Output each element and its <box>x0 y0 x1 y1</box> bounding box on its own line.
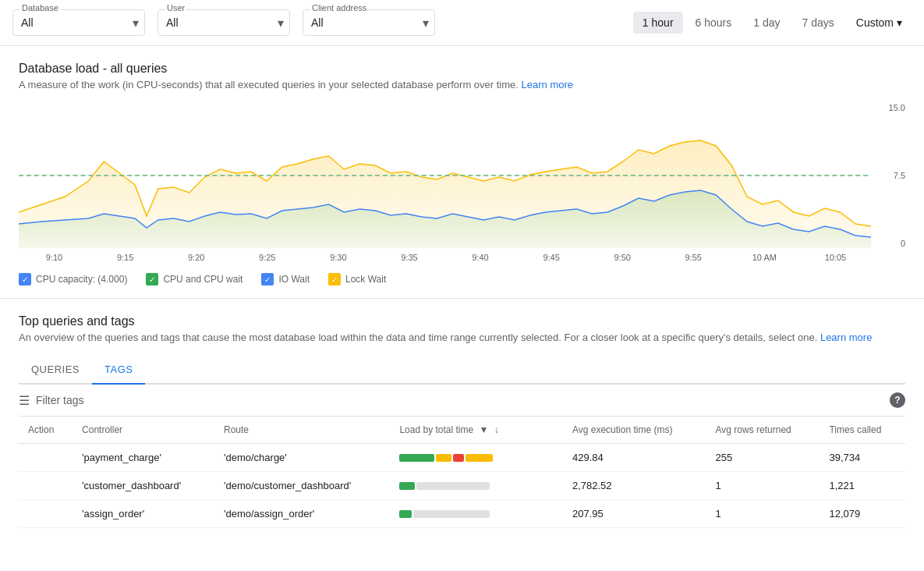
filter-left: ☰ Filter tags <box>19 393 83 408</box>
cell-controller: 'assign_order' <box>73 500 214 528</box>
time-1hour-button[interactable]: 1 hour <box>633 12 683 34</box>
col-avg-rows: Avg rows returned <box>706 417 820 444</box>
load-segment-green <box>399 510 412 518</box>
bottom-learn-more-link[interactable]: Learn more <box>820 332 872 343</box>
bottom-desc: An overview of the queries and tags that… <box>19 332 905 343</box>
user-label: User <box>165 3 186 12</box>
tab-queries[interactable]: QUERIES <box>19 356 92 383</box>
filter-tags-label: Filter tags <box>36 394 83 406</box>
cell-route: 'demo/charge' <box>214 444 390 472</box>
cell-avg-rows: 1 <box>706 472 820 500</box>
load-segment-red <box>453 454 464 462</box>
x-label-1: 9:15 <box>90 253 161 262</box>
x-label-8: 9:50 <box>587 253 658 262</box>
cell-action <box>19 444 73 472</box>
bottom-section: Top queries and tags An overview of the … <box>0 299 924 528</box>
x-label-7: 9:45 <box>516 253 587 262</box>
cell-load <box>390 472 563 500</box>
chart-legend: ✓ CPU capacity: (4.000) ✓ CPU and CPU wa… <box>19 273 905 286</box>
top-bar: Database All ▾ User All ▾ Client address… <box>0 0 924 46</box>
x-label-9: 9:55 <box>658 253 729 262</box>
bottom-desc-text: An overview of the queries and tags that… <box>19 332 817 343</box>
legend-cpu-capacity-icon: ✓ <box>19 273 31 286</box>
y-mid: 7.5 <box>894 171 905 180</box>
table-row[interactable]: 'payment_charge' 'demo/charge' 429.84 25… <box>19 444 905 472</box>
x-label-11: 10:05 <box>800 253 871 262</box>
database-filter: Database All ▾ <box>12 9 145 36</box>
cell-avg-exec: 2,782.52 <box>563 472 706 500</box>
legend-io-wait[interactable]: ✓ IO Wait <box>261 273 310 286</box>
cell-avg-rows: 255 <box>706 444 820 472</box>
cell-times-called: 12,079 <box>820 500 905 528</box>
legend-lock-wait[interactable]: ✓ Lock Wait <box>328 273 386 286</box>
legend-cpu-capacity[interactable]: ✓ CPU capacity: (4.000) <box>19 273 127 286</box>
cell-avg-exec: 429.84 <box>563 444 706 472</box>
database-select[interactable]: All <box>12 9 145 36</box>
chart-section: Database load - all queries A measure of… <box>0 46 924 299</box>
table-row[interactable]: 'customer_dashboard' 'demo/customer_dash… <box>19 472 905 500</box>
col-route: Route <box>214 417 390 444</box>
x-label-3: 9:25 <box>232 253 303 262</box>
y-min: 0 <box>901 239 905 248</box>
client-select[interactable]: All <box>303 9 435 36</box>
time-custom-button[interactable]: Custom ▾ <box>847 12 912 34</box>
time-7days-button[interactable]: 7 days <box>793 12 844 34</box>
y-max: 15.0 <box>889 103 905 112</box>
cell-load <box>390 500 563 528</box>
legend-cpu-wait-icon: ✓ <box>146 273 158 286</box>
load-bar <box>399 454 524 462</box>
tabs-container: QUERIES TAGS <box>19 356 905 385</box>
client-label: Client address <box>310 3 368 12</box>
bottom-title: Top queries and tags <box>19 314 905 328</box>
chart-desc-text: A measure of the work (in CPU-seconds) t… <box>19 79 519 90</box>
user-select[interactable]: All <box>158 9 290 36</box>
cell-controller: 'payment_charge' <box>73 444 214 472</box>
legend-cpu-wait[interactable]: ✓ CPU and CPU wait <box>146 273 243 286</box>
x-label-4: 9:30 <box>303 253 373 262</box>
load-segment-orange2 <box>466 454 493 462</box>
cell-controller: 'customer_dashboard' <box>73 472 214 500</box>
x-label-6: 9:40 <box>444 253 515 262</box>
load-segment-green <box>399 454 434 462</box>
chart-learn-more-link[interactable]: Learn more <box>522 79 573 90</box>
legend-lock-wait-icon: ✓ <box>328 273 341 286</box>
x-label-10: 10 AM <box>729 253 800 262</box>
col-controller: Controller <box>73 417 214 444</box>
sort-down-icon: ↓ <box>494 424 499 435</box>
custom-label: Custom <box>856 16 894 29</box>
legend-cpu-wait-label: CPU and CPU wait <box>163 274 243 285</box>
cell-action <box>19 472 73 500</box>
table-row[interactable]: 'assign_order' 'demo/assign_order' 207.9… <box>19 500 905 528</box>
cell-route: 'demo/customer_dashboard' <box>214 472 390 500</box>
col-load[interactable]: Load by total time ▼ ↓ <box>390 417 563 444</box>
custom-arrow-icon: ▾ <box>897 16 902 29</box>
client-filter: Client address All ▾ <box>303 9 435 36</box>
time-range-group: 1 hour 6 hours 1 day 7 days Custom ▾ <box>633 12 912 34</box>
x-label-2: 9:20 <box>161 253 232 262</box>
tab-tags[interactable]: TAGS <box>92 356 145 385</box>
load-bar <box>399 510 524 518</box>
col-avg-exec: Avg execution time (ms) <box>563 417 706 444</box>
filter-row: ☰ Filter tags ? <box>19 385 905 417</box>
load-segment-green <box>399 482 415 490</box>
load-segment-gray <box>416 482 490 490</box>
legend-cpu-capacity-label: CPU capacity: (4.000) <box>36 274 127 285</box>
help-icon[interactable]: ? <box>890 392 905 408</box>
cell-load <box>390 444 563 472</box>
col-times-called: Times called <box>820 417 905 444</box>
user-filter: User All ▾ <box>158 9 290 36</box>
x-label-0: 9:10 <box>19 253 90 262</box>
x-label-5: 9:35 <box>373 253 444 262</box>
chart-svg <box>19 103 871 248</box>
cell-action <box>19 500 73 528</box>
chart-title: Database load - all queries <box>19 62 905 76</box>
database-label: Database <box>20 3 60 12</box>
cell-avg-exec: 207.95 <box>563 500 706 528</box>
data-table: Action Controller Route Load by total ti… <box>19 417 905 528</box>
time-6hours-button[interactable]: 6 hours <box>686 12 742 34</box>
sort-icon: ▼ <box>479 424 488 435</box>
time-1day-button[interactable]: 1 day <box>744 12 789 34</box>
load-bar <box>399 482 524 490</box>
chart-description: A measure of the work (in CPU-seconds) t… <box>19 79 905 90</box>
chart-container: 15.0 7.5 0 9:10 9:15 9:20 9:25 9:30 9:35… <box>19 103 905 267</box>
